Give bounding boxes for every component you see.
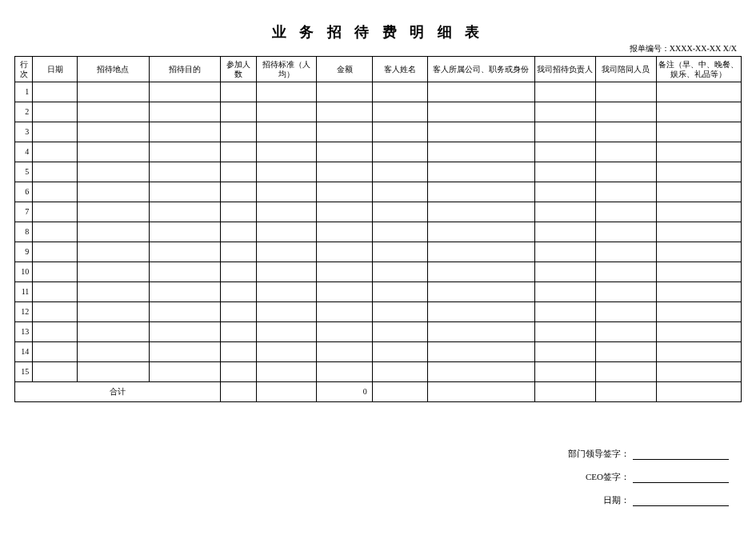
cell	[372, 202, 427, 222]
row-number: 8	[15, 222, 33, 242]
cell	[78, 242, 149, 262]
table-row: 8	[15, 222, 742, 242]
cell	[220, 362, 256, 382]
cell	[33, 182, 78, 202]
col-guest: 客人姓名	[372, 57, 427, 82]
cell	[595, 262, 656, 282]
cell	[149, 142, 220, 162]
cell	[220, 262, 256, 282]
cell	[427, 222, 534, 242]
cell	[317, 82, 372, 102]
cell	[656, 162, 741, 182]
cell	[595, 82, 656, 102]
cell	[33, 202, 78, 222]
cell	[427, 302, 534, 322]
cell	[595, 342, 656, 362]
cell	[256, 242, 317, 262]
cell	[256, 302, 317, 322]
cell	[534, 162, 595, 182]
cell	[78, 102, 149, 122]
cell	[427, 142, 534, 162]
cell	[656, 242, 741, 262]
cell	[534, 342, 595, 362]
cell	[317, 182, 372, 202]
cell	[317, 322, 372, 342]
cell	[372, 82, 427, 102]
cell	[372, 342, 427, 362]
cell	[656, 322, 741, 342]
meta-value: XXXX-XX-XX X/X	[670, 44, 737, 53]
cell	[149, 122, 220, 142]
table-row: 2	[15, 102, 742, 122]
col-people: 参加人数	[220, 57, 256, 82]
cell	[372, 222, 427, 242]
cell	[220, 122, 256, 142]
total-label: 合计	[15, 382, 221, 402]
sign-dept-label: 部门领导签字：	[568, 449, 630, 458]
sign-ceo-line	[633, 473, 729, 483]
cell	[534, 302, 595, 322]
cell	[220, 342, 256, 362]
cell	[317, 162, 372, 182]
cell	[317, 122, 372, 142]
cell	[427, 282, 534, 302]
cell	[317, 222, 372, 242]
cell	[656, 302, 741, 322]
col-rownum: 行次	[15, 57, 33, 82]
row-number: 10	[15, 262, 33, 282]
cell	[427, 182, 534, 202]
cell	[372, 302, 427, 322]
cell	[149, 182, 220, 202]
cell	[595, 162, 656, 182]
cell	[656, 102, 741, 122]
cell	[317, 302, 372, 322]
table-row: 11	[15, 282, 742, 302]
row-number: 15	[15, 362, 33, 382]
cell	[78, 302, 149, 322]
sign-date-row: 日期：	[568, 494, 729, 506]
cell	[256, 282, 317, 302]
cell	[656, 262, 741, 282]
cell	[427, 82, 534, 102]
cell	[149, 322, 220, 342]
cell	[256, 122, 317, 142]
cell	[317, 142, 372, 162]
cell	[372, 282, 427, 302]
cell	[256, 322, 317, 342]
cell	[256, 342, 317, 362]
cell	[595, 322, 656, 342]
cell	[256, 262, 317, 282]
cell	[256, 142, 317, 162]
expense-table: 行次 日期 招待地点 招待目的 参加人数 招待标准（人均） 金额 客人姓名 客人…	[14, 56, 742, 402]
cell	[317, 102, 372, 122]
cell	[534, 362, 595, 382]
cell	[372, 362, 427, 382]
cell	[595, 362, 656, 382]
row-number: 1	[15, 82, 33, 102]
total-guest	[372, 382, 427, 402]
cell	[33, 102, 78, 122]
page-title: 业 务 招 待 费 明 细 表	[14, 22, 742, 42]
cell	[256, 222, 317, 242]
cell	[78, 282, 149, 302]
cell	[427, 122, 534, 142]
cell	[534, 322, 595, 342]
cell	[317, 262, 372, 282]
cell	[534, 82, 595, 102]
cell	[78, 322, 149, 342]
cell	[595, 302, 656, 322]
cell	[534, 122, 595, 142]
table-row: 9	[15, 242, 742, 262]
cell	[372, 102, 427, 122]
cell	[595, 122, 656, 142]
cell	[78, 362, 149, 382]
sign-ceo-row: CEO签字：	[568, 471, 729, 483]
table-row: 6	[15, 182, 742, 202]
cell	[317, 202, 372, 222]
meta-label: 报单编号：	[630, 44, 670, 53]
cell	[220, 322, 256, 342]
col-remark: 备注（早、中、晚餐、娱乐、礼品等）	[656, 57, 741, 82]
col-accomp: 我司陪同人员	[595, 57, 656, 82]
cell	[427, 322, 534, 342]
cell	[256, 182, 317, 202]
